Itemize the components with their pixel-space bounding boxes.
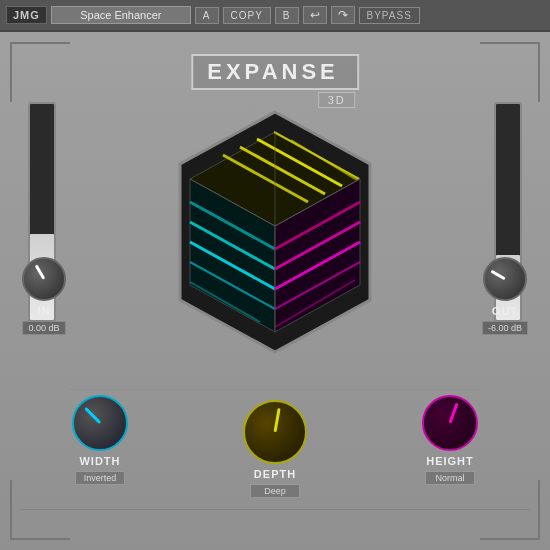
height-mode[interactable]: Normal [425,471,475,485]
panel-bottom-line [20,509,530,510]
cube-svg [145,102,405,362]
plugin-title: EXPANSE 3D [191,54,359,108]
out-knob-value: -6.00 dB [482,321,528,335]
corner-decor-bl [10,480,70,540]
width-knob-section: WIDTH Inverted [72,395,128,485]
btn-a[interactable]: A [195,7,219,24]
width-knob[interactable] [72,395,128,451]
expanse-label: EXPANSE [191,54,359,90]
cube-display [145,102,405,362]
width-knob-label: WIDTH [79,455,120,467]
depth-knob-label: DEPTH [254,468,296,480]
in-knob-value: 0.00 dB [22,321,65,335]
height-knob-label: HEIGHT [426,455,474,467]
out-knob-label: OUT [492,305,518,317]
depth-knob[interactable] [243,400,307,464]
depth-knob-section: DEPTH Deep [243,400,307,498]
btn-redo[interactable]: ↷ [331,6,355,24]
in-knob-section: IN 0.00 dB [22,257,66,335]
btn-b[interactable]: B [275,7,299,24]
main-panel: EXPANSE 3D [0,32,550,550]
in-knob[interactable] [22,257,66,301]
btn-undo[interactable]: ↩ [303,6,327,24]
width-mode[interactable]: Inverted [75,471,125,485]
corner-decor-br [480,480,540,540]
height-knob[interactable] [422,395,478,451]
out-knob-section: OUT -6.00 dB [482,257,528,335]
corner-decor-tr [480,42,540,102]
top-bar: JMG Space Enhancer A COPY B ↩ ↷ BYPASS [0,0,550,32]
btn-copy[interactable]: COPY [223,7,271,24]
out-knob[interactable] [483,257,527,301]
depth-mode[interactable]: Deep [250,484,300,498]
btn-bypass[interactable]: BYPASS [359,7,420,24]
logo: JMG [6,6,47,24]
corner-decor-tl [10,42,70,102]
panel-divider-h [70,389,480,390]
height-knob-section: HEIGHT Normal [422,395,478,485]
in-knob-label: IN [38,305,51,317]
preset-name: Space Enhancer [51,6,191,24]
